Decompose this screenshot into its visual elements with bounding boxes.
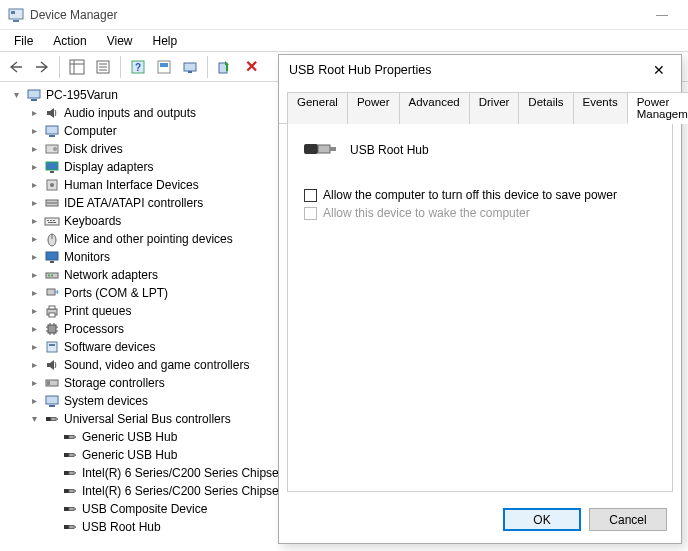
tree-category-label: Keyboards [64,212,121,230]
device-category-icon [44,357,60,373]
device-category-icon [44,141,60,157]
device-category-icon [44,123,60,139]
svg-rect-37 [46,252,58,260]
usb-device-icon [62,483,78,499]
svg-rect-25 [50,171,54,173]
checkbox-turnoff[interactable] [304,189,317,202]
usb-device-icon [62,501,78,517]
tab-content: USB Root Hub Allow the computer to turn … [287,124,673,492]
tree-category-label: System devices [64,392,148,410]
uninstall-button[interactable]: ✕ [239,55,263,79]
svg-rect-83 [318,145,330,153]
caret-icon[interactable] [28,140,40,158]
svg-point-40 [48,275,50,277]
svg-rect-66 [74,436,76,438]
title-bar: Device Manager — [0,0,688,30]
enable-button[interactable] [213,55,237,79]
minimize-button[interactable]: — [644,8,680,22]
svg-rect-61 [46,417,51,421]
app-icon [8,7,24,23]
usb-device-icon [62,447,78,463]
update-driver-button[interactable] [178,55,202,79]
svg-rect-70 [64,471,69,475]
properties-button[interactable] [91,55,115,79]
device-category-icon [44,249,60,265]
device-category-icon [44,231,60,247]
caret-icon[interactable] [28,122,40,140]
tab-driver[interactable]: Driver [469,92,520,124]
tab-events[interactable]: Events [573,92,628,124]
dialog-title-bar: USB Root Hub Properties ✕ [279,55,681,85]
caret-icon[interactable] [28,194,40,212]
ok-button[interactable]: OK [503,508,581,531]
close-icon[interactable]: ✕ [647,62,671,78]
svg-rect-73 [64,489,69,493]
svg-text:?: ? [135,62,141,73]
caret-icon[interactable] [28,104,40,122]
tab-advanced[interactable]: Advanced [399,92,470,124]
caret-icon[interactable] [28,338,40,356]
device-header: USB Root Hub [304,138,656,162]
forward-button[interactable] [30,55,54,79]
device-category-icon [44,195,60,211]
caret-icon[interactable] [28,176,40,194]
tree-category-label: Sound, video and game controllers [64,356,249,374]
tree-category-label: Print queues [64,302,131,320]
tab-strip: General Power Advanced Driver Details Ev… [279,91,681,124]
svg-point-41 [51,275,53,277]
svg-rect-82 [304,144,318,154]
tree-category-label: Universal Serial Bus controllers [64,410,231,428]
checkbox-turnoff-row[interactable]: Allow the computer to turn off this devi… [304,188,656,202]
back-button[interactable] [4,55,28,79]
tab-details[interactable]: Details [518,92,573,124]
caret-icon[interactable] [28,320,40,338]
svg-rect-45 [49,313,55,317]
cancel-button[interactable]: Cancel [589,508,667,531]
help-button[interactable]: ? [126,55,150,79]
caret-icon[interactable] [28,212,40,230]
svg-point-27 [50,183,54,187]
svg-rect-34 [48,222,56,223]
caret-icon[interactable] [28,374,40,392]
caret-icon[interactable] [28,302,40,320]
svg-rect-24 [46,162,58,170]
scan-button[interactable] [152,55,176,79]
caret-icon[interactable] [28,158,40,176]
tree-device-label: USB Composite Device [82,500,207,518]
checkbox-wake [304,207,317,220]
tree-category-label: IDE ATA/ATAPI controllers [64,194,203,212]
tab-general[interactable]: General [287,92,348,124]
checkbox-wake-row: Allow this device to wake the computer [304,206,656,220]
caret-icon[interactable] [28,284,40,302]
tree-category-label: Disk drives [64,140,123,158]
svg-point-23 [53,147,57,151]
device-category-icon [44,177,60,193]
tree-category-label: Processors [64,320,124,338]
svg-rect-14 [184,63,196,71]
svg-rect-31 [47,220,49,221]
svg-rect-79 [64,525,69,529]
tree-category-label: Network adapters [64,266,158,284]
tab-power-management[interactable]: Power Management [627,92,688,124]
tree-category-label: Mice and other pointing devices [64,230,233,248]
caret-icon[interactable] [28,266,40,284]
tree-root-label: PC-195Varun [46,86,118,104]
caret-icon[interactable] [10,86,22,104]
caret-icon[interactable] [28,410,40,428]
svg-rect-76 [64,507,69,511]
caret-icon[interactable] [28,392,40,410]
svg-rect-69 [74,454,76,456]
menu-action[interactable]: Action [45,32,94,50]
menu-view[interactable]: View [99,32,141,50]
show-hide-tree-button[interactable] [65,55,89,79]
menu-help[interactable]: Help [145,32,186,50]
toolbar-separator [120,56,121,78]
tree-device-label: USB Root Hub [82,518,161,536]
window-title: Device Manager [30,8,644,22]
tab-power[interactable]: Power [347,92,400,124]
menu-file[interactable]: File [6,32,41,50]
caret-icon[interactable] [28,248,40,266]
caret-icon[interactable] [28,230,40,248]
usb-device-icon [62,519,78,535]
caret-icon[interactable] [28,356,40,374]
